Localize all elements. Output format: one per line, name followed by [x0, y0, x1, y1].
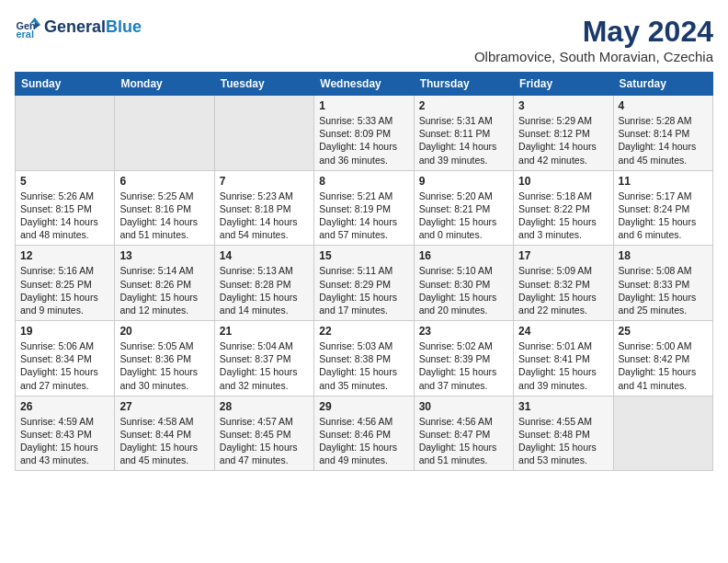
day-cell: 18Sunrise: 5:08 AMSunset: 8:33 PMDayligh… — [613, 246, 712, 321]
logo-text-line1: GeneralBlue — [44, 18, 142, 37]
day-cell: 2Sunrise: 5:31 AMSunset: 8:11 PMDaylight… — [414, 96, 513, 171]
day-number: 13 — [119, 249, 209, 262]
day-cell: 26Sunrise: 4:59 AMSunset: 8:43 PMDayligh… — [16, 396, 115, 471]
day-info: Sunrise: 4:55 AMSunset: 8:48 PMDaylight:… — [518, 415, 608, 467]
day-cell: 29Sunrise: 4:56 AMSunset: 8:46 PMDayligh… — [314, 396, 414, 471]
week-row-2: 5Sunrise: 5:26 AMSunset: 8:15 PMDaylight… — [16, 170, 713, 246]
day-number: 17 — [518, 249, 608, 262]
day-number: 11 — [619, 175, 708, 188]
day-info: Sunrise: 5:25 AMSunset: 8:16 PMDaylight:… — [119, 190, 209, 242]
day-info: Sunrise: 5:29 AMSunset: 8:12 PMDaylight:… — [518, 114, 608, 167]
day-number: 28 — [220, 400, 309, 413]
day-number: 27 — [119, 400, 209, 413]
day-cell: 4Sunrise: 5:28 AMSunset: 8:14 PMDaylight… — [613, 96, 712, 171]
day-number: 10 — [518, 175, 608, 188]
day-info: Sunrise: 5:02 AMSunset: 8:39 PMDaylight:… — [419, 339, 508, 392]
month-year: May 2024 — [474, 15, 713, 49]
day-number: 22 — [319, 325, 408, 338]
day-cell: 20Sunrise: 5:05 AMSunset: 8:36 PMDayligh… — [115, 321, 214, 396]
day-cell: 17Sunrise: 5:09 AMSunset: 8:32 PMDayligh… — [514, 246, 613, 321]
day-info: Sunrise: 4:58 AMSunset: 8:44 PMDaylight:… — [119, 415, 209, 467]
day-number: 25 — [619, 325, 708, 338]
logo-blue-text: Blue — [106, 17, 142, 36]
day-cell: 28Sunrise: 4:57 AMSunset: 8:45 PMDayligh… — [214, 396, 313, 471]
week-row-4: 19Sunrise: 5:06 AMSunset: 8:34 PMDayligh… — [16, 321, 713, 396]
week-row-3: 12Sunrise: 5:16 AMSunset: 8:25 PMDayligh… — [16, 246, 713, 321]
day-number: 29 — [319, 400, 408, 413]
day-number: 15 — [319, 249, 408, 262]
header-sunday: Sunday — [16, 73, 115, 96]
day-info: Sunrise: 5:03 AMSunset: 8:38 PMDaylight:… — [319, 339, 408, 392]
day-cell: 27Sunrise: 4:58 AMSunset: 8:44 PMDayligh… — [115, 396, 214, 471]
day-cell: 8Sunrise: 5:21 AMSunset: 8:19 PMDaylight… — [314, 170, 414, 246]
day-cell: 16Sunrise: 5:10 AMSunset: 8:30 PMDayligh… — [414, 246, 513, 321]
day-info: Sunrise: 5:16 AMSunset: 8:25 PMDaylight:… — [20, 264, 109, 316]
page-header: Gen eral GeneralBlue May 2024 Olbramovic… — [15, 15, 713, 64]
day-info: Sunrise: 5:18 AMSunset: 8:22 PMDaylight:… — [518, 190, 608, 242]
calendar-table: SundayMondayTuesdayWednesdayThursdayFrid… — [15, 72, 713, 471]
day-number: 5 — [20, 175, 109, 188]
day-info: Sunrise: 4:57 AMSunset: 8:45 PMDaylight:… — [220, 415, 309, 467]
day-info: Sunrise: 4:59 AMSunset: 8:43 PMDaylight:… — [20, 415, 109, 467]
day-info: Sunrise: 5:26 AMSunset: 8:15 PMDaylight:… — [20, 190, 109, 242]
day-cell: 3Sunrise: 5:29 AMSunset: 8:12 PMDaylight… — [514, 96, 613, 171]
day-cell: 13Sunrise: 5:14 AMSunset: 8:26 PMDayligh… — [115, 246, 214, 321]
day-cell — [214, 96, 313, 171]
day-info: Sunrise: 5:31 AMSunset: 8:11 PMDaylight:… — [419, 114, 508, 167]
day-info: Sunrise: 5:14 AMSunset: 8:26 PMDaylight:… — [119, 264, 209, 316]
day-info: Sunrise: 5:23 AMSunset: 8:18 PMDaylight:… — [220, 190, 309, 242]
day-cell: 25Sunrise: 5:00 AMSunset: 8:42 PMDayligh… — [613, 321, 712, 396]
week-row-5: 26Sunrise: 4:59 AMSunset: 8:43 PMDayligh… — [16, 396, 713, 471]
day-cell: 30Sunrise: 4:56 AMSunset: 8:47 PMDayligh… — [414, 396, 513, 471]
day-cell: 12Sunrise: 5:16 AMSunset: 8:25 PMDayligh… — [16, 246, 115, 321]
logo-icon: Gen eral — [15, 15, 40, 40]
header-monday: Monday — [115, 73, 214, 96]
day-info: Sunrise: 5:01 AMSunset: 8:41 PMDaylight:… — [518, 339, 608, 392]
day-number: 7 — [220, 175, 309, 188]
header-saturday: Saturday — [613, 73, 712, 96]
day-number: 19 — [20, 325, 109, 338]
day-cell: 19Sunrise: 5:06 AMSunset: 8:34 PMDayligh… — [16, 321, 115, 396]
day-info: Sunrise: 5:11 AMSunset: 8:29 PMDaylight:… — [319, 264, 408, 316]
header-tuesday: Tuesday — [214, 73, 313, 96]
day-cell: 23Sunrise: 5:02 AMSunset: 8:39 PMDayligh… — [414, 321, 513, 396]
header-wednesday: Wednesday — [314, 73, 414, 96]
day-info: Sunrise: 5:05 AMSunset: 8:36 PMDaylight:… — [119, 339, 209, 392]
day-number: 30 — [419, 400, 508, 413]
day-number: 23 — [419, 325, 508, 338]
day-number: 9 — [419, 175, 508, 188]
day-number: 26 — [20, 400, 109, 413]
day-info: Sunrise: 5:08 AMSunset: 8:33 PMDaylight:… — [619, 264, 708, 316]
days-header-row: SundayMondayTuesdayWednesdayThursdayFrid… — [16, 73, 713, 96]
day-number: 1 — [319, 99, 408, 112]
day-cell: 31Sunrise: 4:55 AMSunset: 8:48 PMDayligh… — [514, 396, 613, 471]
location: Olbramovice, South Moravian, Czechia — [474, 49, 713, 64]
day-cell: 15Sunrise: 5:11 AMSunset: 8:29 PMDayligh… — [314, 246, 414, 321]
day-number: 3 — [518, 99, 608, 112]
day-number: 21 — [220, 325, 309, 338]
day-number: 8 — [319, 175, 408, 188]
day-cell: 7Sunrise: 5:23 AMSunset: 8:18 PMDaylight… — [214, 170, 313, 246]
day-cell: 11Sunrise: 5:17 AMSunset: 8:24 PMDayligh… — [613, 170, 712, 246]
day-cell — [16, 96, 115, 171]
day-number: 31 — [518, 400, 608, 413]
day-info: Sunrise: 5:06 AMSunset: 8:34 PMDaylight:… — [20, 339, 109, 392]
day-cell: 1Sunrise: 5:33 AMSunset: 8:09 PMDaylight… — [314, 96, 414, 171]
day-number: 24 — [518, 325, 608, 338]
logo: Gen eral GeneralBlue — [15, 15, 142, 40]
week-row-1: 1Sunrise: 5:33 AMSunset: 8:09 PMDaylight… — [16, 96, 713, 171]
day-number: 16 — [419, 249, 508, 262]
day-info: Sunrise: 5:09 AMSunset: 8:32 PMDaylight:… — [518, 264, 608, 316]
day-info: Sunrise: 5:17 AMSunset: 8:24 PMDaylight:… — [619, 190, 708, 242]
day-number: 6 — [119, 175, 209, 188]
day-number: 2 — [419, 99, 508, 112]
day-cell: 14Sunrise: 5:13 AMSunset: 8:28 PMDayligh… — [214, 246, 313, 321]
day-info: Sunrise: 4:56 AMSunset: 8:46 PMDaylight:… — [319, 415, 408, 467]
day-info: Sunrise: 4:56 AMSunset: 8:47 PMDaylight:… — [419, 415, 508, 467]
day-number: 14 — [220, 249, 309, 262]
day-info: Sunrise: 5:04 AMSunset: 8:37 PMDaylight:… — [220, 339, 309, 392]
day-number: 4 — [619, 99, 708, 112]
day-info: Sunrise: 5:13 AMSunset: 8:28 PMDaylight:… — [220, 264, 309, 316]
day-number: 12 — [20, 249, 109, 262]
day-cell — [115, 96, 214, 171]
